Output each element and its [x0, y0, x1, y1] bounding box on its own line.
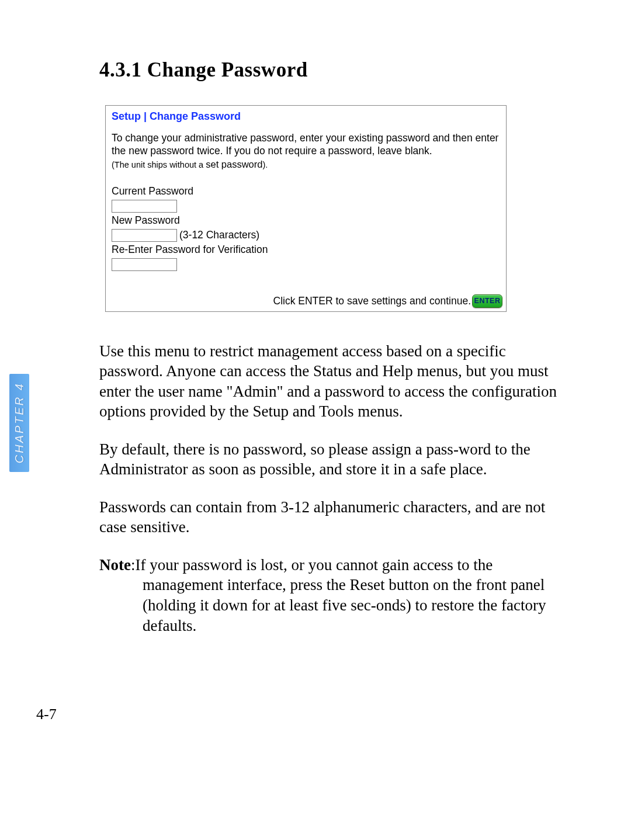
section-title-text: Change Password: [147, 58, 308, 81]
chapter-tab: CHAPTER 4: [9, 374, 29, 472]
subdesc-post: ).: [262, 160, 268, 169]
new-password-label: New Password: [112, 214, 500, 227]
new-password-input[interactable]: [112, 229, 177, 242]
new-password-hint: (3-12 Characters): [179, 229, 259, 241]
body-paragraph-3: Passwords can contain from 3-12 alphanum…: [99, 497, 567, 537]
enter-button[interactable]: ENTER: [472, 294, 502, 308]
panel-subdescription: (The unit ships without a set password).: [106, 158, 506, 179]
subdesc-code: set password: [206, 159, 262, 169]
current-password-label: Current Password: [112, 185, 500, 198]
note-text: :If your password is lost, or you cannot…: [131, 556, 546, 634]
subdesc-pre: (The unit ships without a: [112, 160, 206, 169]
chapter-tab-label: CHAPTER 4: [13, 382, 26, 463]
note-block: Note:If your password is lost, or you ca…: [99, 555, 567, 636]
body-paragraph-1: Use this menu to restrict management acc…: [99, 341, 567, 422]
password-form: Current Password New Password (3-12 Char…: [106, 179, 506, 276]
note-label: Note: [99, 556, 131, 574]
page-number: 4-7: [36, 706, 57, 723]
current-password-input[interactable]: [112, 200, 177, 213]
panel-footer: Click ENTER to save settings and continu…: [106, 277, 506, 311]
reenter-password-label: Re-Enter Password for Verification: [112, 243, 500, 256]
section-heading: 4.3.1 Change Password: [99, 58, 567, 82]
document-page: 4.3.1 Change Password Setup | Change Pas…: [0, 0, 631, 688]
reenter-password-input[interactable]: [112, 258, 177, 271]
change-password-panel: Setup | Change Password To change your a…: [105, 105, 507, 312]
panel-description: To change your administrative password, …: [106, 125, 506, 158]
breadcrumb: Setup | Change Password: [106, 106, 506, 125]
body-paragraph-2: By default, there is no password, so ple…: [99, 439, 567, 480]
section-number: 4.3.1: [99, 58, 142, 81]
footer-hint: Click ENTER to save settings and continu…: [273, 295, 471, 307]
